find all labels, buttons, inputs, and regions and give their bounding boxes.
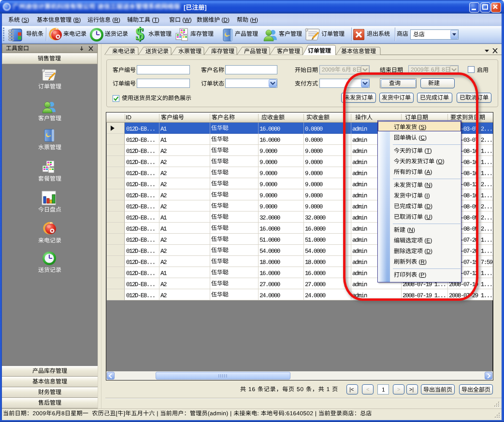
svg-text:$: $ (135, 27, 144, 42)
